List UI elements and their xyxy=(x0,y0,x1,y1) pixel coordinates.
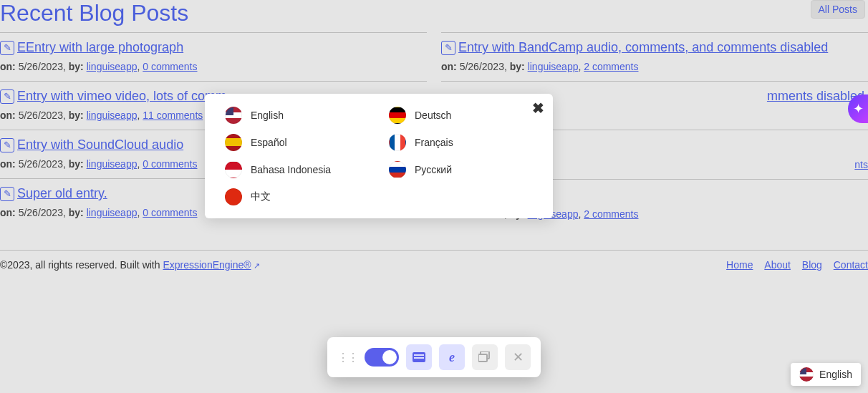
post: ✎ EEntry with large photograph on: 5/26/… xyxy=(0,32,427,81)
language-label: Русский xyxy=(415,164,452,175)
language-option-russian[interactable]: Русский xyxy=(389,161,524,178)
post-title-link[interactable]: Entry with SoundCloud audio xyxy=(17,137,183,152)
copyright-text: ©2023, all rights reserved. Built with xyxy=(0,259,163,271)
edit-icon[interactable]: ✎ xyxy=(441,41,455,55)
post-comments-link[interactable]: nts xyxy=(854,159,868,170)
post-author-link[interactable]: linguiseapp xyxy=(87,207,138,218)
language-label: Français xyxy=(415,137,453,148)
post-date: 5/26/2023 xyxy=(460,61,504,72)
flag-es-icon xyxy=(225,134,242,151)
toolbar-toggle[interactable] xyxy=(365,348,399,367)
sparkle-icon: ✦ xyxy=(853,101,864,117)
edit-icon[interactable]: ✎ xyxy=(0,187,14,201)
language-option-chinese[interactable]: 中文 xyxy=(225,188,360,205)
post-title-link[interactable]: Entry with vimeo video, lots of comm xyxy=(17,89,226,104)
post-comments-link[interactable]: 0 comments xyxy=(143,61,197,72)
language-label: Bahasa Indonesia xyxy=(251,164,331,175)
language-label: 中文 xyxy=(251,190,271,203)
edit-icon[interactable]: ✎ xyxy=(0,138,14,152)
e-icon: e xyxy=(449,350,455,365)
footer: ©2023, all rights reserved. Built with E… xyxy=(0,251,868,279)
svg-rect-2 xyxy=(414,357,424,359)
svg-rect-4 xyxy=(478,354,487,362)
post-date: 5/26/2023 xyxy=(19,207,63,218)
post-comments-link[interactable]: 11 comments xyxy=(143,110,203,121)
expressionengine-link[interactable]: ExpressionEngine® xyxy=(163,259,251,271)
flag-ru-icon xyxy=(389,161,406,178)
toolbar-close-button[interactable]: ✕ xyxy=(505,344,531,370)
svg-rect-1 xyxy=(414,354,424,356)
toolbar-e-button[interactable]: e xyxy=(439,344,465,370)
flag-id-icon xyxy=(225,161,242,178)
post-title-link[interactable]: Super old entry. xyxy=(17,186,107,201)
language-option-espanol[interactable]: Español xyxy=(225,134,360,151)
language-label: Español xyxy=(251,137,287,148)
post-comments-link[interactable]: 2 comments xyxy=(584,61,638,72)
flag-cn-icon xyxy=(225,188,242,205)
footer-link-contact[interactable]: Contact xyxy=(834,259,868,271)
post-author-link[interactable]: linguiseapp xyxy=(528,61,579,72)
language-option-francais[interactable]: Français xyxy=(389,134,524,151)
post: ✎ Entry with BandCamp audio, comments, a… xyxy=(441,32,868,81)
language-option-indonesia[interactable]: Bahasa Indonesia xyxy=(225,161,360,178)
post-title-link[interactable]: Entry with BandCamp audio, comments, and… xyxy=(458,40,828,55)
footer-link-about[interactable]: About xyxy=(764,259,791,271)
language-option-deutsch[interactable]: Deutsch xyxy=(389,107,524,124)
close-icon: ✕ xyxy=(513,349,524,365)
flag-de-icon xyxy=(389,107,406,124)
language-button[interactable]: English xyxy=(791,363,861,386)
by-label: by: xyxy=(69,61,84,72)
post-author-link[interactable]: linguiseapp xyxy=(87,61,138,72)
flag-us-icon xyxy=(225,107,242,124)
edit-icon[interactable]: ✎ xyxy=(0,89,14,104)
close-icon[interactable]: ✖ xyxy=(532,100,544,117)
footer-link-blog[interactable]: Blog xyxy=(802,259,822,271)
flag-fr-icon xyxy=(389,134,406,151)
post-date: 5/26/2023 xyxy=(19,110,63,121)
toolbar-window-button[interactable] xyxy=(472,344,498,370)
page-title: Recent Blog Posts xyxy=(0,0,188,26)
floating-toolbar: ⋮⋮ e ✕ xyxy=(327,337,541,377)
language-modal: ✖ English Deutsch Español Français Bahas… xyxy=(205,94,553,218)
flag-us-icon xyxy=(799,367,814,382)
post-date: 5/26/2023 xyxy=(19,61,63,72)
language-button-label: English xyxy=(819,369,852,380)
drag-handle-icon[interactable]: ⋮⋮ xyxy=(337,351,357,364)
post-comments-link[interactable]: 2 comments xyxy=(584,208,638,220)
card-icon xyxy=(413,352,425,362)
post-comments-link[interactable]: 0 comments xyxy=(143,207,197,218)
post-title-link[interactable]: EEntry with large photograph xyxy=(17,40,183,55)
post-comments-link[interactable]: 0 comments xyxy=(143,158,197,170)
all-posts-button[interactable]: All Posts xyxy=(811,0,865,19)
edit-icon[interactable]: ✎ xyxy=(0,41,14,55)
window-icon xyxy=(478,351,491,363)
external-link-icon: ↗ xyxy=(254,261,260,270)
toolbar-card-button[interactable] xyxy=(406,344,432,370)
post-date: 5/26/2023 xyxy=(19,158,63,170)
language-label: Deutsch xyxy=(415,110,451,121)
post-author-link[interactable]: linguiseapp xyxy=(87,110,138,121)
on-label: on: xyxy=(0,61,16,72)
language-label: English xyxy=(251,110,284,121)
post-author-link[interactable]: linguiseapp xyxy=(87,158,138,170)
footer-link-home[interactable]: Home xyxy=(726,259,753,271)
language-option-english[interactable]: English xyxy=(225,107,360,124)
